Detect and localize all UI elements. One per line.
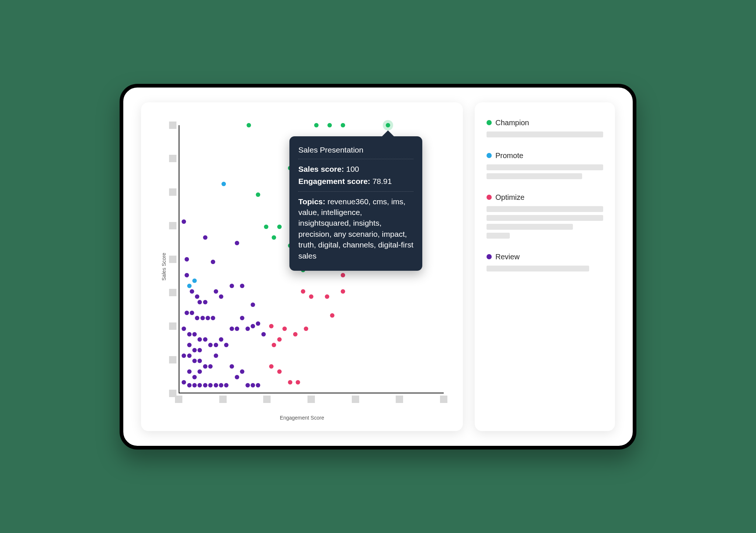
data-point[interactable]: [214, 353, 218, 358]
data-point[interactable]: [224, 383, 228, 387]
data-point[interactable]: [185, 311, 189, 315]
data-point[interactable]: [386, 123, 390, 127]
data-point[interactable]: [309, 294, 313, 299]
data-point[interactable]: [206, 316, 210, 320]
data-point[interactable]: [208, 364, 213, 369]
legend-item[interactable]: Optimize: [487, 193, 603, 242]
legend-item[interactable]: Promote: [487, 151, 603, 182]
tooltip-sales-label: Sales score:: [298, 165, 344, 173]
data-point[interactable]: [203, 235, 207, 240]
data-point[interactable]: [235, 241, 239, 245]
data-point[interactable]: [277, 337, 282, 342]
data-point[interactable]: [214, 289, 218, 294]
data-point[interactable]: [192, 279, 197, 283]
data-point[interactable]: [240, 369, 244, 374]
data-point[interactable]: [219, 294, 223, 299]
data-point[interactable]: [219, 383, 223, 387]
data-point[interactable]: [203, 364, 207, 369]
legend-item[interactable]: Champion: [487, 119, 603, 140]
data-point[interactable]: [214, 383, 218, 387]
data-point[interactable]: [341, 273, 345, 277]
data-point[interactable]: [304, 327, 308, 331]
data-point[interactable]: [211, 316, 215, 320]
data-point[interactable]: [187, 332, 192, 336]
data-point[interactable]: [296, 380, 300, 385]
data-point[interactable]: [187, 383, 192, 387]
data-point[interactable]: [327, 123, 332, 127]
data-point[interactable]: [195, 316, 199, 320]
data-point[interactable]: [197, 300, 202, 304]
data-point[interactable]: [197, 359, 202, 363]
data-point[interactable]: [203, 300, 207, 304]
data-point[interactable]: [224, 343, 228, 347]
data-point[interactable]: [187, 343, 192, 347]
data-point[interactable]: [208, 343, 213, 347]
data-point[interactable]: [230, 364, 234, 369]
data-point[interactable]: [240, 284, 244, 288]
data-point[interactable]: [197, 337, 202, 342]
data-point[interactable]: [187, 353, 192, 358]
data-point[interactable]: [182, 380, 186, 385]
data-point[interactable]: [187, 369, 192, 374]
data-point[interactable]: [208, 383, 213, 387]
data-point[interactable]: [251, 324, 255, 328]
data-point[interactable]: [261, 332, 266, 336]
data-point[interactable]: [341, 123, 345, 127]
data-point[interactable]: [221, 182, 226, 186]
data-point[interactable]: [190, 289, 194, 294]
data-point[interactable]: [214, 343, 218, 347]
data-point[interactable]: [256, 192, 260, 197]
data-point[interactable]: [264, 225, 268, 229]
data-point[interactable]: [272, 343, 276, 347]
data-point[interactable]: [182, 353, 186, 358]
data-point[interactable]: [190, 311, 194, 315]
data-point[interactable]: [230, 327, 234, 331]
data-point[interactable]: [245, 383, 250, 387]
data-point[interactable]: [185, 273, 189, 277]
data-point[interactable]: [240, 316, 244, 320]
data-point[interactable]: [293, 332, 298, 336]
data-point[interactable]: [219, 337, 223, 342]
skeleton-line: [487, 233, 510, 239]
data-point[interactable]: [203, 383, 207, 387]
data-point[interactable]: [182, 327, 186, 331]
data-point[interactable]: [197, 348, 202, 352]
data-point[interactable]: [330, 313, 334, 318]
data-point[interactable]: [341, 289, 345, 294]
data-point[interactable]: [251, 383, 255, 387]
data-point[interactable]: [277, 369, 282, 374]
data-point[interactable]: [256, 321, 260, 326]
data-point[interactable]: [230, 284, 234, 288]
data-point[interactable]: [235, 375, 239, 379]
data-point[interactable]: [187, 284, 192, 288]
data-point[interactable]: [192, 332, 197, 336]
data-point[interactable]: [185, 257, 189, 262]
data-point[interactable]: [301, 289, 305, 294]
data-point[interactable]: [272, 235, 276, 240]
data-point[interactable]: [314, 123, 319, 127]
data-point[interactable]: [192, 359, 197, 363]
data-point[interactable]: [192, 383, 197, 387]
data-point[interactable]: [203, 337, 207, 342]
data-point[interactable]: [192, 348, 197, 352]
data-point[interactable]: [247, 123, 251, 127]
data-point[interactable]: [269, 364, 274, 369]
data-point[interactable]: [325, 294, 329, 299]
data-point[interactable]: [235, 327, 239, 331]
data-point[interactable]: [195, 294, 199, 299]
legend-item[interactable]: Review: [487, 253, 603, 274]
data-point[interactable]: [251, 303, 255, 307]
data-point[interactable]: [256, 383, 260, 387]
data-point[interactable]: [197, 369, 202, 374]
data-point[interactable]: [192, 375, 197, 379]
tooltip-divider: [298, 191, 413, 192]
data-point[interactable]: [269, 324, 274, 328]
data-point[interactable]: [197, 383, 202, 387]
data-point[interactable]: [245, 327, 250, 331]
data-point[interactable]: [288, 380, 292, 385]
data-point[interactable]: [211, 260, 215, 264]
data-point[interactable]: [200, 316, 205, 320]
data-point[interactable]: [282, 327, 287, 331]
data-point[interactable]: [277, 225, 282, 229]
data-point[interactable]: [182, 219, 186, 224]
